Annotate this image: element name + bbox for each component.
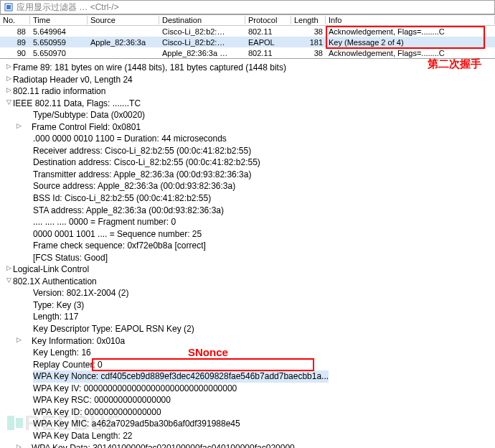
tree-leaf[interactable]: Key Descriptor Type: EAPOL RSN Key (2)	[14, 323, 494, 335]
packet-list: No. Time Source Destination Protocol Len…	[0, 14, 495, 59]
expand-icon[interactable]: ▷	[14, 442, 23, 449]
tree-llc[interactable]: ▷Logical-Link Control	[4, 263, 494, 276]
tree-leaf[interactable]: WPA Key Data Length: 22	[14, 430, 494, 442]
tree-ieee80211[interactable]: ▽IEEE 802.11 Data, Flags: .......TC	[4, 98, 494, 110]
col-source[interactable]: Source	[88, 16, 159, 24]
svg-rect-1	[6, 5, 11, 9]
tree-leaf[interactable]: Type: Key (3)	[14, 299, 494, 312]
tree-leaf[interactable]: Source address: Apple_82:36:3a (00:0d:93…	[14, 180, 494, 192]
tree-radioinfo[interactable]: ▷802.11 radio information	[4, 85, 494, 98]
expand-icon[interactable]: ▷	[14, 335, 23, 344]
nonce-label: WPA Key Nonce:	[33, 371, 100, 381]
tree-leaf[interactable]: .... .... .... 0000 = Fragment number: 0	[14, 216, 494, 228]
tree-8021x[interactable]: ▽802.1X Authentication	[4, 276, 494, 288]
tree-leaf[interactable]: Type/Subtype: Data (0x0020)	[14, 109, 494, 121]
display-filter-bar[interactable]: 应用显示过滤器 … <Ctrl-/>	[0, 0, 495, 14]
filter-placeholder: 应用显示过滤器 … <Ctrl-/>	[16, 1, 119, 14]
col-protocol[interactable]: Protocol	[245, 16, 291, 24]
col-time[interactable]: Time	[30, 16, 88, 24]
tree-leaf[interactable]: Destination address: Cisco-Li_82:b2:55 (…	[14, 157, 494, 169]
tree-leaf[interactable]: Key Length: 16	[14, 347, 494, 359]
collapse-icon[interactable]: ▽	[4, 98, 13, 106]
packet-details-pane: ▷Frame 89: 181 bytes on wire (1448 bits)…	[0, 59, 495, 448]
tree-leaf[interactable]: WPA Key IV: 0000000000000000000000000000…	[14, 383, 494, 395]
tree-wpa-key-nonce[interactable]: WPA Key Nonce: cdf405ceb9d889ef3dec42609…	[14, 370, 494, 383]
tree-leaf[interactable]: 0000 0001 1001 .... = Sequence number: 2…	[14, 228, 494, 241]
tree-frame[interactable]: ▷Frame 89: 181 bytes on wire (1448 bits)…	[4, 62, 494, 74]
tree-leaf[interactable]: Transmitter address: Apple_82:36:3a (00:…	[14, 169, 494, 181]
col-no[interactable]: No.	[0, 16, 30, 24]
tree-leaf[interactable]: WPA Key ID: 0000000000000000	[14, 406, 494, 419]
tree-radiotap[interactable]: ▷Radiotap Header v0, Length 24	[4, 74, 494, 86]
tree-leaf[interactable]: .000 0000 0010 1100 = Duration: 44 micro…	[14, 133, 494, 145]
expand-icon[interactable]: ▷	[4, 263, 13, 272]
expand-icon[interactable]: ▷	[14, 121, 23, 130]
col-info[interactable]: Info	[326, 16, 495, 24]
col-destination[interactable]: Destination	[159, 16, 245, 24]
tree-leaf[interactable]: WPA Key MIC: a462a7029ad5ba30b6af0df3919…	[14, 418, 494, 430]
tree-leaf[interactable]: Version: 802.1X-2004 (2)	[14, 287, 494, 299]
tree-leaf[interactable]: [FCS Status: Good]	[14, 252, 494, 264]
packet-row[interactable]: 88 5.649964 Cisco-Li_82:b2:… 802.11 38 A…	[0, 26, 495, 37]
col-length[interactable]: Length	[291, 16, 326, 24]
nonce-value: cdf405ceb9d889ef3dec42609828fae546b7add7…	[100, 371, 329, 381]
tree-leaf[interactable]: Receiver address: Cisco-Li_82:b2:55 (00:…	[14, 145, 494, 157]
tree-keyinfo[interactable]: ▷Key Information: 0x010a	[14, 335, 494, 347]
tree-leaf[interactable]: WPA Key RSC: 0000000000000000	[14, 394, 494, 406]
tree-leaf[interactable]: BSS Id: Cisco-Li_82:b2:55 (00:0c:41:82:b…	[14, 192, 494, 205]
expand-icon[interactable]: ▷	[4, 62, 13, 70]
tree-leaf[interactable]: STA address: Apple_82:36:3a (00:0d:93:82…	[14, 205, 494, 217]
expand-icon[interactable]: ▷	[4, 74, 13, 83]
tree-leaf[interactable]: Frame check sequence: 0xf72e0b8a [correc…	[14, 240, 494, 252]
tree-leaf[interactable]: Length: 117	[14, 311, 494, 323]
tree-keydata[interactable]: ▷WPA Key Data: 30140100000fac020100000fa…	[14, 442, 494, 449]
collapse-icon[interactable]: ▽	[4, 276, 13, 284]
filter-icon	[4, 2, 14, 12]
packet-list-header: No. Time Source Destination Protocol Len…	[0, 15, 495, 26]
packet-row[interactable]: 90 5.650970 Apple_82:36:3a … 802.11 38 A…	[0, 47, 495, 58]
packet-row-selected[interactable]: 89 5.650959 Apple_82:36:3a Cisco-Li_82:b…	[0, 37, 495, 47]
tree-leaf[interactable]: Replay Counter: 0	[14, 359, 494, 371]
expand-icon[interactable]: ▷	[4, 85, 13, 94]
tree-frame-ctrl[interactable]: ▷Frame Control Field: 0x0801	[14, 121, 494, 134]
